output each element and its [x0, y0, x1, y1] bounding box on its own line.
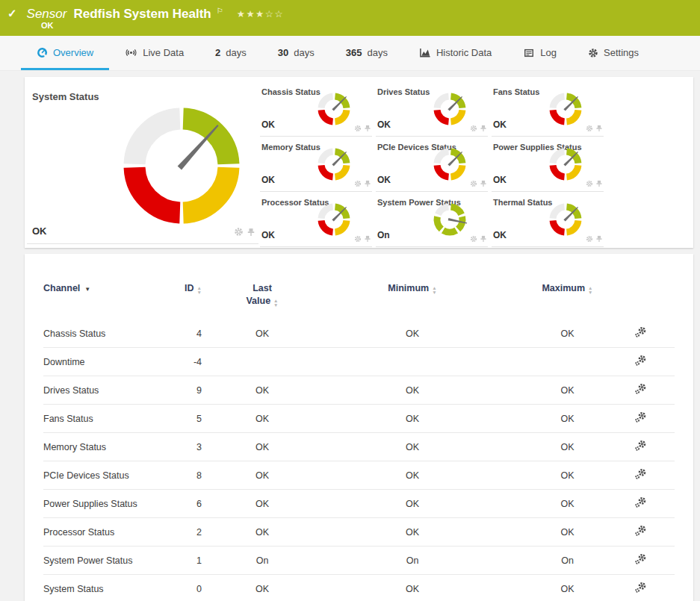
cell-id: 4 [163, 320, 202, 348]
cell-max: OK [502, 433, 633, 461]
tile-actions [354, 180, 371, 187]
tab-live-data[interactable]: Live Data [109, 36, 199, 70]
priority-stars[interactable]: ★★★☆☆ [237, 8, 285, 19]
pin-icon[interactable] [247, 228, 255, 237]
channel-gauge-tile-drives-status[interactable]: Drives StatusOK [376, 81, 488, 137]
pin-icon[interactable] [364, 125, 371, 132]
star-filled-icon[interactable]: ★ [246, 9, 255, 19]
pin-icon[interactable] [480, 235, 487, 243]
pin-icon[interactable] [595, 125, 603, 132]
gear-icon[interactable] [354, 235, 362, 243]
channel-gauge [546, 145, 585, 184]
tab-historic-data[interactable]: Historic Data [403, 36, 507, 70]
pin-icon[interactable] [595, 235, 603, 243]
column-label: Last Value [246, 283, 271, 306]
channel-row-power-supplies-status: Power Supplies Status6OKOKOK [43, 490, 675, 518]
channel-gauge-value: OK [493, 175, 507, 185]
tile-actions [470, 180, 487, 187]
channel-gauge-tile-power-supplies-status[interactable]: Power Supplies StatusOK [492, 137, 604, 192]
cell-max: OK [502, 518, 633, 546]
cell-last: OK [202, 490, 323, 518]
column-header-id[interactable]: ID▲▼ [163, 282, 202, 320]
star-empty-icon[interactable]: ☆ [275, 9, 285, 19]
pin-icon[interactable] [595, 180, 603, 187]
column-header-last-value[interactable]: Last Value▲▼ [202, 282, 323, 320]
channel-row-downtime: Downtime-4 [43, 348, 675, 376]
pin-icon[interactable] [364, 235, 371, 243]
channels-panel: Channel▼ID▲▼Last Value▲▼Minimum▲▼Maximum… [25, 254, 693, 601]
channel-gauge [546, 200, 585, 239]
tab-30-days[interactable]: 30days [262, 36, 330, 70]
column-header-channel[interactable]: Channel▼ [43, 282, 163, 320]
tab-365-days[interactable]: 365days [330, 36, 403, 70]
channel-gauge-tile-processor-status[interactable]: Processor StatusOK [260, 192, 372, 247]
channel-gauge-tile-chassis-status[interactable]: Chassis StatusOK [260, 81, 372, 137]
pin-icon[interactable] [480, 125, 487, 132]
pin-icon[interactable] [364, 180, 371, 187]
tab-number: 30 [278, 47, 288, 58]
cell-last: OK [202, 433, 323, 461]
pin-icon[interactable] [480, 180, 487, 187]
main-content: System Status OK Chassis StatusOKDrives … [0, 71, 700, 601]
channel-settings-button[interactable] [633, 468, 647, 482]
channel-settings-button[interactable] [633, 383, 647, 397]
gauge-title: System Status [32, 91, 99, 102]
cell-id: 8 [163, 461, 202, 490]
channel-gauge-tile-system-power-status[interactable]: System Power StatusOn [376, 192, 488, 247]
channel-settings-button[interactable] [633, 355, 647, 369]
star-filled-icon[interactable]: ★ [237, 9, 247, 19]
star-filled-icon[interactable]: ★ [255, 9, 265, 19]
gear-icon[interactable] [586, 180, 593, 187]
cell-max: OK [502, 320, 633, 348]
tile-actions [234, 227, 255, 237]
gear-icon[interactable] [234, 227, 244, 237]
sensor-status-text: OK [41, 21, 54, 30]
tab-overview[interactable]: Overview [21, 36, 109, 70]
channel-settings-button[interactable] [633, 553, 647, 567]
cell-channel: Memory Status [43, 433, 163, 461]
cell-max [502, 348, 633, 376]
cell-id: 1 [163, 546, 202, 575]
channel-gauge-value: On [377, 230, 390, 240]
gear-icon[interactable] [586, 235, 593, 243]
gear-icon[interactable] [470, 180, 477, 187]
column-header-maximum[interactable]: Maximum▲▼ [502, 282, 633, 320]
system-status-gauge-tile[interactable]: System Status OK [27, 81, 258, 244]
gear-icon[interactable] [470, 235, 477, 243]
flag-icon[interactable]: ⚐ [217, 7, 223, 15]
live-data-icon [125, 47, 137, 58]
tab-log[interactable]: Log [507, 36, 572, 70]
cell-id: 2 [163, 518, 202, 546]
channel-gauge-tile-fans-status[interactable]: Fans StatusOK [492, 81, 604, 137]
tile-actions [586, 235, 603, 243]
column-header-minimum[interactable]: Minimum▲▼ [323, 282, 502, 320]
channel-gauge-tile-pcie-devices-status[interactable]: PCIe Devices StatusOK [376, 137, 488, 192]
gauges-panel: System Status OK Chassis StatusOKDrives … [25, 77, 693, 248]
channel-settings-button[interactable] [633, 496, 647, 511]
tab-settings[interactable]: Settings [572, 36, 654, 70]
channel-settings-button[interactable] [633, 582, 647, 596]
cell-max: OK [502, 405, 633, 433]
star-empty-icon[interactable]: ☆ [265, 9, 275, 19]
gear-icon[interactable] [354, 180, 362, 187]
channel-gauge-tile-thermal-status[interactable]: Thermal StatusOK [492, 192, 604, 247]
tab-2-days[interactable]: 2days [199, 36, 262, 70]
cell-max: OK [502, 490, 633, 518]
channel-settings-button[interactable] [633, 326, 647, 340]
channel-settings-button[interactable] [633, 411, 647, 426]
channel-settings-button[interactable] [633, 525, 647, 539]
channel-gauge-value: OK [493, 230, 507, 240]
channel-gauge-tile-memory-status[interactable]: Memory StatusOK [260, 137, 372, 192]
gear-icon[interactable] [470, 125, 477, 132]
cell-last: OK [202, 376, 323, 405]
gear-icon[interactable] [354, 125, 362, 132]
cell-id: 6 [163, 490, 202, 518]
sort-desc-icon: ▼ [84, 286, 90, 293]
column-header-actions [633, 282, 675, 320]
sort-toggle-icon: ▲▼ [588, 286, 592, 294]
tab-number: 365 [346, 47, 362, 58]
gear-icon[interactable] [586, 125, 593, 132]
channel-gauge [546, 90, 585, 128]
channel-row-pcie-devices-status: PCIe Devices Status8OKOKOK [43, 461, 675, 490]
channel-settings-button[interactable] [633, 440, 647, 454]
